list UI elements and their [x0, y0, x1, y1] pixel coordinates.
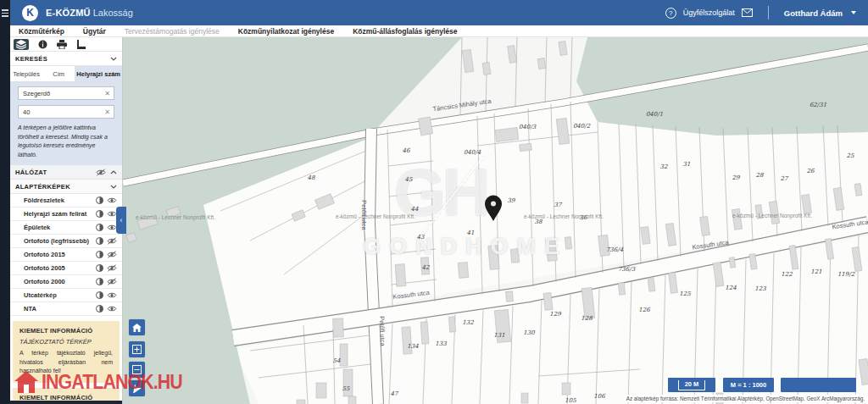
search-tabs: TelepülésCímHelyrajzi szám [10, 66, 122, 82]
clear-icon[interactable]: ✕ [104, 90, 110, 97]
info-box-subtitle: TÁJÉKOZTATÓ TÉRKÉP [19, 338, 113, 346]
layer-row[interactable]: Helyrajzi szám felirat [10, 208, 122, 221]
contrast-icon[interactable] [96, 251, 103, 258]
parcel-number: 43 [417, 234, 425, 241]
contrast-icon[interactable] [96, 237, 103, 245]
navigation-arrow-icon [132, 384, 142, 393]
eye-off-icon[interactable] [107, 237, 117, 245]
sidebar-collapse-button[interactable]: ‹ [116, 207, 126, 234]
search-tab[interactable]: Helyrajzi szám [75, 66, 122, 81]
parcel-number: 39 [508, 197, 515, 204]
printer-icon [57, 40, 67, 49]
layer-row[interactable]: Ortofotó 2000 [10, 275, 122, 289]
location-pin-icon [482, 195, 504, 222]
envelope-icon[interactable] [742, 8, 753, 17]
eye-off-icon[interactable] [107, 264, 117, 272]
settlement-field[interactable]: ✕ [18, 86, 114, 100]
navigate-button[interactable] [129, 380, 145, 396]
layer-row[interactable]: Ortofotó 2015 [10, 248, 122, 262]
nav-tabs: KözműtérképÜgytárTervezéstámogatás igény… [10, 25, 868, 37]
parcel-number: 46 [403, 147, 410, 154]
basemaps-section-header[interactable]: ALAPTÉRKÉPEK [10, 180, 122, 194]
parcel-number: 736/4 [606, 246, 623, 253]
contrast-icon[interactable] [96, 305, 103, 313]
parcel-number: 040/2 [573, 123, 590, 130]
eye-off-icon[interactable] [107, 251, 117, 258]
measure-tool-button[interactable] [76, 40, 86, 49]
parcel-number: 28 [756, 172, 764, 179]
parcel-number: 125 [679, 291, 690, 297]
zoom-in-button[interactable] [129, 341, 145, 357]
parcel-number: 62/31 [810, 102, 826, 108]
layer-row[interactable]: Ortofotó (legfrissebb) [10, 235, 122, 248]
parcel-number: 44 [411, 206, 419, 213]
info-boxes: KIEMELT INFORMÁCIÓTÁJÉKOZTATÓ TÉRKÉPA té… [10, 321, 122, 404]
support-link[interactable]: Ügyfélszolgálat [683, 8, 735, 17]
network-section-header[interactable]: HÁLÓZAT [10, 165, 122, 180]
print-tool-button[interactable] [57, 40, 67, 49]
contrast-icon[interactable] [96, 196, 103, 204]
layer-label: Épületek [24, 224, 92, 231]
parcel-number: 040/4 [464, 149, 481, 156]
layer-label: Ortofotó 2015 [24, 251, 92, 258]
layers-icon [16, 40, 26, 49]
layer-row[interactable]: NTA [10, 302, 122, 316]
map-attribution: Az alaptérkép forrása: Nemzeti Térinform… [623, 395, 868, 402]
nav-tab-0[interactable]: Közműtérkép [19, 27, 64, 36]
chevron-down-icon[interactable] [851, 11, 856, 14]
parcel-number: 130 [523, 329, 534, 336]
parcel-number: 26 [807, 168, 815, 174]
topbar-divider [768, 6, 769, 19]
contrast-icon[interactable] [96, 224, 103, 231]
parcel-number: 25 [847, 152, 854, 159]
nav-tab-4[interactable]: Közmű-állásfoglalás igénylése [353, 27, 457, 36]
zoom-out-button[interactable] [129, 362, 145, 378]
map-copyright-text: e-közmű - Lechner Nonprofit Kft. [732, 213, 812, 219]
parcel-number: 134 [407, 343, 418, 350]
eye-off-icon[interactable] [96, 169, 106, 176]
eye-icon[interactable] [107, 291, 117, 299]
parcel-number: 27 [781, 175, 788, 182]
parcel-number: 106 [593, 393, 604, 400]
clear-icon[interactable]: ✕ [104, 108, 110, 116]
eye-icon[interactable] [107, 305, 117, 313]
parcel-number: 119/2 [837, 271, 854, 278]
chevron-down-icon [110, 57, 117, 61]
contrast-icon[interactable] [96, 278, 103, 285]
parcel-number: 122 [781, 271, 792, 278]
search-tab[interactable]: Cím [42, 66, 75, 81]
nav-tab-3[interactable]: Közműnyilatkozat igénylése [238, 27, 334, 36]
layer-row[interactable]: Épületek [10, 221, 122, 235]
contrast-icon[interactable] [96, 291, 103, 299]
eye-icon[interactable] [107, 196, 117, 204]
contrast-icon[interactable] [96, 264, 103, 272]
layer-row[interactable]: Utcatérkép [10, 289, 122, 302]
layers-tool-button[interactable] [14, 39, 29, 50]
map-viewport[interactable]: GH GONDHOME 48464544434241040/4040/3040/… [123, 37, 868, 404]
layer-row[interactable]: Ortofotó 2005 [10, 262, 122, 275]
help-icon[interactable]: ? [665, 8, 676, 19]
home-button[interactable] [129, 319, 145, 335]
layer-row[interactable]: Földrészletek [10, 194, 122, 208]
user-name[interactable]: Gotthard Ádám [784, 8, 843, 18]
search-section-header[interactable]: KERESÉS [10, 52, 122, 66]
settlement-input[interactable] [19, 89, 105, 98]
parcel-number-field[interactable]: ✕ [18, 105, 114, 119]
scale-bar-label: 20 M [678, 380, 706, 390]
search-tab[interactable]: Település [10, 66, 42, 81]
chevron-up-icon [110, 170, 117, 174]
contrast-icon[interactable] [96, 210, 103, 218]
chevron-down-icon [110, 185, 117, 189]
hamburger-menu-icon[interactable] [2, 8, 8, 19]
sidebar-bottom-strip [10, 401, 122, 404]
info-tool-button[interactable] [38, 40, 47, 49]
layer-label: Ortofotó 2005 [24, 264, 92, 272]
parcel-number: 32 [660, 163, 668, 170]
parcel-number-input[interactable] [19, 108, 105, 117]
map-copyright-text: e-közmű - Lechner Nonprofit Kft. [336, 213, 415, 219]
eye-off-icon[interactable] [107, 278, 117, 285]
nav-tab-1[interactable]: Ügytár [83, 27, 106, 36]
street-name: Táncsics Mihály utca [432, 97, 492, 113]
parcel-number: 121 [810, 268, 821, 275]
street-name: Kossuth utca [692, 239, 729, 252]
